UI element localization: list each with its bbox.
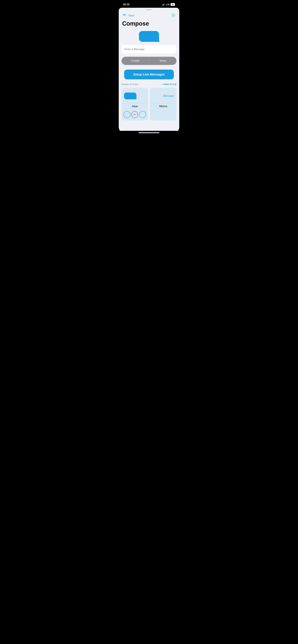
app-header: Stats bbox=[119, 10, 179, 20]
signal-bar-4 bbox=[164, 4, 165, 6]
page-title: Compose bbox=[119, 20, 179, 30]
style-name-minimal: Minima bbox=[150, 104, 177, 109]
create-label: Create bbox=[121, 59, 149, 62]
dots-icon: ••• bbox=[133, 113, 136, 116]
settings-button[interactable] bbox=[171, 13, 176, 18]
signal-bar-3 bbox=[164, 4, 164, 6]
stats-label: Stats bbox=[128, 14, 134, 17]
style-card-preview-aqua bbox=[121, 88, 148, 103]
gear-icon bbox=[171, 13, 176, 18]
action-circle-right[interactable] bbox=[139, 111, 146, 118]
message-input-area[interactable] bbox=[119, 45, 179, 57]
setup-live-messages-button[interactable]: Setup Live Messages bbox=[124, 70, 174, 79]
styles-grid: Aqua ••• Message bbox=[121, 88, 177, 120]
new-style-plus: + bbox=[162, 83, 163, 86]
create-send-button[interactable]: Create Send bbox=[121, 57, 177, 65]
new-style-label: NEW STYLE bbox=[164, 83, 177, 86]
stats-button[interactable]: Stats bbox=[122, 13, 134, 18]
home-bar bbox=[138, 132, 160, 133]
saved-styles-label: SAVED STYLES bbox=[121, 83, 138, 86]
style-card-preview-minimal: Message bbox=[150, 88, 177, 103]
saved-styles-header: SAVED STYLES + NEW STYLE bbox=[121, 83, 177, 86]
mini-bubble-aqua bbox=[124, 92, 136, 99]
svg-point-0 bbox=[123, 14, 123, 14]
signal-bar-2 bbox=[163, 4, 163, 6]
signal-bar-1 bbox=[162, 5, 162, 6]
minimal-message-text: Message bbox=[163, 94, 174, 98]
chat-bubble-area bbox=[119, 30, 179, 45]
phone-frame: 20:15 LTE 61 bbox=[119, 0, 179, 134]
style-actions-aqua: ••• bbox=[121, 109, 148, 120]
signal-bars bbox=[162, 4, 165, 6]
svg-point-1 bbox=[173, 14, 174, 16]
app-container: Stats Compose Create Send bbox=[119, 8, 179, 131]
lte-label: LTE bbox=[166, 4, 170, 6]
battery-indicator: 61 bbox=[171, 3, 175, 6]
message-input[interactable] bbox=[121, 45, 177, 54]
status-right: LTE 61 bbox=[162, 3, 175, 6]
style-card-aqua[interactable]: Aqua ••• bbox=[121, 88, 148, 120]
new-style-button[interactable]: + NEW STYLE bbox=[162, 83, 177, 86]
action-circle-left[interactable] bbox=[123, 111, 130, 118]
style-name-aqua: Aqua bbox=[121, 104, 148, 109]
send-label: Send bbox=[149, 59, 177, 62]
stats-icon bbox=[122, 13, 127, 18]
style-card-minimal[interactable]: Message Minima bbox=[150, 88, 177, 120]
status-time: 20:15 bbox=[123, 3, 129, 6]
home-indicator bbox=[119, 131, 179, 134]
status-bar: 20:15 LTE 61 bbox=[119, 0, 179, 8]
action-circle-dots[interactable]: ••• bbox=[131, 111, 138, 118]
saved-styles-section: SAVED STYLES + NEW STYLE Aqua bbox=[119, 83, 179, 120]
action-buttons-area: Create Send bbox=[119, 57, 179, 68]
setup-btn-area: Setup Live Messages bbox=[119, 68, 179, 83]
chat-bubble-decoration bbox=[139, 31, 159, 42]
